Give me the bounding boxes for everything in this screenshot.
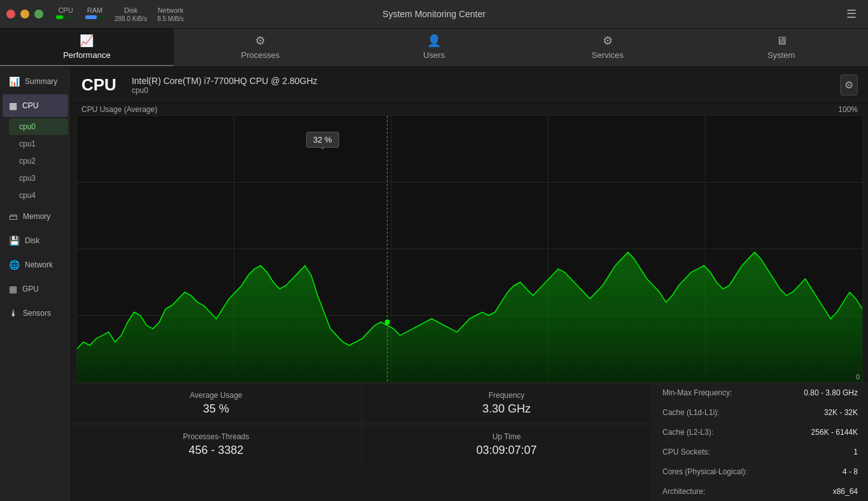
ram-bar-fill: [85, 15, 97, 19]
sidebar-item-disk[interactable]: 💾 Disk: [3, 229, 68, 252]
summary-icon: 📊: [9, 76, 20, 87]
sidebar-item-sensors-label: Sensors: [23, 309, 51, 318]
bottom-stats: Average Usage 35 % Frequency 3.30 GHz Pr…: [71, 383, 868, 501]
hamburger-menu-button[interactable]: ☰: [841, 7, 862, 21]
uptime-label: Up Time: [372, 432, 641, 441]
sidebar-item-summary[interactable]: 📊 Summary: [3, 70, 68, 93]
chart-header: CPU Usage (Average) 100%: [76, 104, 863, 115]
system-icon: 🖥: [776, 34, 787, 48]
frequency-value: 3.30 GHz: [372, 402, 641, 416]
stat-cache-l2: Cache (L2-L3): 256K - 6144K: [652, 423, 868, 442]
nav-tabs: 📈 Performance ⚙ Processes 👤 Users ⚙ Serv…: [0, 29, 868, 67]
sidebar-item-sensors[interactable]: 🌡 Sensors: [3, 302, 68, 325]
cpu-header: CPU Intel(R) Core(TM) i7-7700HQ CPU @ 2.…: [71, 67, 868, 104]
cores-key: Cores (Physical-Logical):: [662, 467, 747, 476]
sidebar-item-gpu-label: GPU: [22, 285, 39, 293]
cache-l2-key: Cache (L2-L3):: [662, 428, 713, 437]
proc-threads-value: 456 - 3382: [81, 444, 351, 457]
disk-stat-value: 288.0 KiB/s: [115, 15, 147, 22]
cache-l2-val: 256K - 6144K: [811, 428, 858, 437]
cpu-model: Intel(R) Core(TM) i7-7700HQ CPU @ 2.80GH…: [132, 76, 318, 86]
main-area: 📊 Summary ▦ CPU cpu0 cpu1 cpu2 cpu3 cpu4…: [0, 67, 868, 501]
chart-tooltip: 32 %: [306, 132, 339, 148]
cpu-bar-fill: [56, 15, 63, 19]
right-stats: Min-Max Frequency: 0.80 - 3.80 GHz Cache…: [652, 383, 868, 501]
stat-minmax-freq: Min-Max Frequency: 0.80 - 3.80 GHz: [652, 383, 868, 403]
stat-cpu-sockets: CPU Sockets: 1: [652, 442, 868, 462]
svg-point-8: [385, 320, 390, 325]
memory-icon: 🗃: [9, 211, 18, 222]
maximize-button[interactable]: [34, 10, 43, 18]
sidebar: 📊 Summary ▦ CPU cpu0 cpu1 cpu2 cpu3 cpu4…: [0, 67, 71, 501]
arch-val: x86_64: [833, 487, 858, 496]
cpu-icon: ▦: [9, 101, 17, 111]
tab-services-label: Services: [592, 50, 624, 60]
tab-system[interactable]: 🖥 System: [694, 29, 868, 66]
chart-section: CPU Usage (Average) 100%: [71, 104, 868, 383]
tab-performance-label: Performance: [63, 50, 110, 60]
chart-max-label: 100%: [838, 105, 858, 114]
tab-system-label: System: [767, 50, 795, 60]
cpu-sockets-key: CPU Sockets:: [662, 448, 710, 456]
ram-stat-bar: [85, 15, 104, 19]
sidebar-item-cpu[interactable]: ▦ CPU: [3, 94, 68, 117]
cores-val: 4 - 8: [843, 467, 858, 476]
sidebar-item-cpu-label: CPU: [22, 101, 38, 110]
window-title: System Monitoring Center: [382, 9, 486, 19]
performance-icon: 📈: [80, 34, 94, 48]
tooltip-value: 32 %: [313, 135, 332, 145]
tab-users-label: Users: [423, 50, 445, 60]
avg-usage-label: Average Usage: [81, 391, 351, 400]
cpu-sockets-val: 1: [853, 448, 858, 456]
titlebar: CPU RAM Disk 288.0 KiB/s Network 8.5 MiB…: [0, 0, 868, 29]
network-icon: 🌐: [9, 260, 20, 270]
chart-title: CPU Usage (Average): [81, 105, 157, 114]
close-button[interactable]: [6, 10, 15, 18]
stats-grid-row2: Processes-Threads 456 - 3382 Up Time 03:…: [71, 425, 652, 465]
disk-stat: Disk 288.0 KiB/s: [115, 6, 147, 22]
titlebar-stats: CPU RAM Disk 288.0 KiB/s Network 8.5 MiB…: [56, 6, 184, 22]
tab-users[interactable]: 👤 Users: [347, 29, 521, 66]
sidebar-subitem-cpu2[interactable]: cpu2: [9, 153, 68, 169]
gpu-icon: ▦: [9, 284, 17, 294]
sidebar-item-network-label: Network: [25, 260, 53, 269]
stat-proc-threads: Processes-Threads 456 - 3382: [71, 425, 361, 465]
cache-l1-key: Cache (L1d-L1i):: [662, 408, 719, 417]
disk-icon: 💾: [9, 236, 20, 246]
tab-performance[interactable]: 📈 Performance: [0, 29, 174, 66]
sidebar-subitem-cpu1[interactable]: cpu1: [9, 136, 68, 152]
sidebar-subitem-cpu0[interactable]: cpu0: [9, 118, 68, 135]
cpu-chart[interactable]: 32 % 0: [76, 115, 863, 383]
sidebar-item-summary-label: Summary: [25, 77, 57, 86]
stat-cache-l1: Cache (L1d-L1i): 32K - 32K: [652, 403, 868, 423]
cpu-stat: CPU: [56, 6, 75, 22]
stat-arch: Architecture: x86_64: [652, 482, 868, 501]
cpu-sublist: cpu0 cpu1 cpu2 cpu3 cpu4: [0, 118, 71, 204]
services-icon: ⚙: [603, 34, 613, 48]
stats-grid-row1: Average Usage 35 % Frequency 3.30 GHz: [71, 383, 652, 425]
tab-processes-label: Processes: [241, 50, 280, 60]
sidebar-subitem-cpu3[interactable]: cpu3: [9, 170, 68, 187]
sidebar-item-gpu[interactable]: ▦ GPU: [3, 278, 68, 300]
network-stat: Network 8.5 MiB/s: [157, 6, 184, 22]
tab-processes[interactable]: ⚙ Processes: [174, 29, 347, 66]
proc-threads-label: Processes-Threads: [81, 432, 351, 441]
sidebar-subitem-cpu4[interactable]: cpu4: [9, 187, 68, 204]
chart-min-label: 0: [856, 373, 860, 381]
tab-services[interactable]: ⚙ Services: [521, 29, 694, 66]
processes-icon: ⚙: [255, 34, 265, 48]
sidebar-item-disk-label: Disk: [25, 236, 39, 245]
minimize-button[interactable]: [20, 10, 29, 18]
cpu-stat-bar: [56, 15, 75, 19]
cpu-header-info: Intel(R) Core(TM) i7-7700HQ CPU @ 2.80GH…: [132, 76, 318, 95]
sidebar-item-memory[interactable]: 🗃 Memory: [3, 205, 68, 228]
sidebar-item-network[interactable]: 🌐 Network: [3, 253, 68, 276]
settings-button[interactable]: ⚙: [840, 74, 858, 95]
sensors-icon: 🌡: [9, 308, 18, 318]
disk-stat-label: Disk: [124, 6, 137, 14]
window-controls: [6, 10, 43, 18]
stat-avg-usage: Average Usage 35 %: [71, 383, 361, 424]
cpu-stat-label: CPU: [58, 6, 73, 14]
frequency-label: Frequency: [372, 391, 641, 400]
arch-key: Architecture:: [662, 487, 705, 496]
